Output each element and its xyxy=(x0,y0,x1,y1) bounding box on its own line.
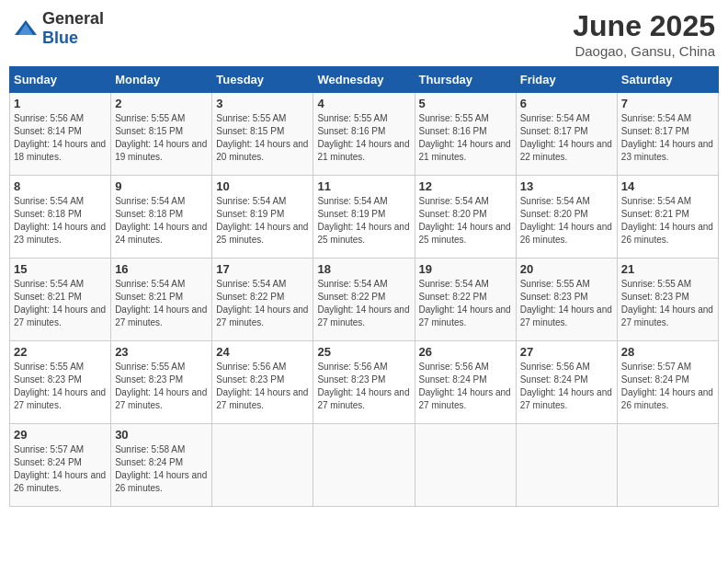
day-info: Sunrise: 5:54 AM Sunset: 8:18 PM Dayligh… xyxy=(14,195,107,247)
table-row: 6 Sunrise: 5:54 AM Sunset: 8:17 PM Dayli… xyxy=(516,93,617,176)
day-number: 17 xyxy=(216,262,309,276)
col-friday: Friday xyxy=(516,67,617,93)
day-info: Sunrise: 5:57 AM Sunset: 8:24 PM Dayligh… xyxy=(621,361,714,412)
calendar-week-row: 1 Sunrise: 5:56 AM Sunset: 8:14 PM Dayli… xyxy=(10,93,719,176)
col-wednesday: Wednesday xyxy=(313,67,415,93)
logo-text: General Blue xyxy=(42,9,104,48)
day-info: Sunrise: 5:58 AM Sunset: 8:24 PM Dayligh… xyxy=(115,443,208,495)
day-number: 8 xyxy=(14,179,107,193)
table-row: 24 Sunrise: 5:56 AM Sunset: 8:23 PM Dayl… xyxy=(212,341,313,424)
table-row xyxy=(516,424,617,507)
table-row: 26 Sunrise: 5:56 AM Sunset: 8:24 PM Dayl… xyxy=(415,341,516,424)
table-row: 9 Sunrise: 5:54 AM Sunset: 8:18 PM Dayli… xyxy=(111,176,212,259)
day-number: 26 xyxy=(419,345,512,359)
day-number: 9 xyxy=(115,179,208,193)
table-row: 14 Sunrise: 5:54 AM Sunset: 8:21 PM Dayl… xyxy=(617,176,718,259)
day-info: Sunrise: 5:55 AM Sunset: 8:23 PM Dayligh… xyxy=(621,278,714,329)
day-info: Sunrise: 5:55 AM Sunset: 8:15 PM Dayligh… xyxy=(216,112,309,164)
col-saturday: Saturday xyxy=(617,67,718,93)
day-number: 29 xyxy=(14,428,107,442)
title-area: June 2025 Daogao, Gansu, China xyxy=(573,9,715,59)
day-number: 6 xyxy=(520,97,613,110)
day-number: 1 xyxy=(14,97,107,110)
day-number: 20 xyxy=(520,262,613,276)
day-info: Sunrise: 5:55 AM Sunset: 8:16 PM Dayligh… xyxy=(419,112,512,164)
table-row: 25 Sunrise: 5:56 AM Sunset: 8:23 PM Dayl… xyxy=(313,341,415,424)
day-info: Sunrise: 5:54 AM Sunset: 8:17 PM Dayligh… xyxy=(621,112,714,164)
day-number: 7 xyxy=(621,97,714,110)
day-number: 27 xyxy=(520,345,613,359)
calendar-week-row: 8 Sunrise: 5:54 AM Sunset: 8:18 PM Dayli… xyxy=(10,176,719,259)
day-info: Sunrise: 5:55 AM Sunset: 8:23 PM Dayligh… xyxy=(14,361,107,412)
day-info: Sunrise: 5:54 AM Sunset: 8:22 PM Dayligh… xyxy=(317,278,410,329)
calendar-week-row: 29 Sunrise: 5:57 AM Sunset: 8:24 PM Dayl… xyxy=(10,424,719,507)
logo-icon xyxy=(13,18,39,39)
logo: General Blue xyxy=(13,9,104,48)
col-tuesday: Tuesday xyxy=(212,67,313,93)
day-info: Sunrise: 5:55 AM Sunset: 8:16 PM Dayligh… xyxy=(317,112,410,164)
table-row: 3 Sunrise: 5:55 AM Sunset: 8:15 PM Dayli… xyxy=(212,93,313,176)
day-info: Sunrise: 5:54 AM Sunset: 8:21 PM Dayligh… xyxy=(14,278,107,329)
day-number: 23 xyxy=(115,345,208,359)
day-info: Sunrise: 5:54 AM Sunset: 8:22 PM Dayligh… xyxy=(419,278,512,329)
table-row: 8 Sunrise: 5:54 AM Sunset: 8:18 PM Dayli… xyxy=(10,176,111,259)
day-info: Sunrise: 5:54 AM Sunset: 8:20 PM Dayligh… xyxy=(419,195,512,247)
table-row: 1 Sunrise: 5:56 AM Sunset: 8:14 PM Dayli… xyxy=(10,93,111,176)
table-row xyxy=(313,424,415,507)
header: General Blue June 2025 Daogao, Gansu, Ch… xyxy=(9,9,719,59)
calendar-table: Sunday Monday Tuesday Wednesday Thursday… xyxy=(9,66,719,507)
table-row: 7 Sunrise: 5:54 AM Sunset: 8:17 PM Dayli… xyxy=(617,93,718,176)
table-row xyxy=(617,424,718,507)
table-row: 17 Sunrise: 5:54 AM Sunset: 8:22 PM Dayl… xyxy=(212,259,313,341)
day-number: 22 xyxy=(14,345,107,359)
table-row xyxy=(415,424,516,507)
table-row: 12 Sunrise: 5:54 AM Sunset: 8:20 PM Dayl… xyxy=(415,176,516,259)
table-row: 20 Sunrise: 5:55 AM Sunset: 8:23 PM Dayl… xyxy=(516,259,617,341)
table-row: 27 Sunrise: 5:56 AM Sunset: 8:24 PM Dayl… xyxy=(516,341,617,424)
table-row: 23 Sunrise: 5:55 AM Sunset: 8:23 PM Dayl… xyxy=(111,341,212,424)
table-row: 4 Sunrise: 5:55 AM Sunset: 8:16 PM Dayli… xyxy=(313,93,415,176)
day-number: 14 xyxy=(621,179,714,193)
logo-general: General xyxy=(42,9,104,28)
table-row: 10 Sunrise: 5:54 AM Sunset: 8:19 PM Dayl… xyxy=(212,176,313,259)
day-number: 4 xyxy=(317,97,410,110)
day-number: 11 xyxy=(317,179,410,193)
day-number: 28 xyxy=(621,345,714,359)
col-thursday: Thursday xyxy=(415,67,516,93)
table-row: 21 Sunrise: 5:55 AM Sunset: 8:23 PM Dayl… xyxy=(617,259,718,341)
table-row: 22 Sunrise: 5:55 AM Sunset: 8:23 PM Dayl… xyxy=(10,341,111,424)
logo-blue: Blue xyxy=(42,29,78,47)
day-info: Sunrise: 5:55 AM Sunset: 8:23 PM Dayligh… xyxy=(115,361,208,412)
day-number: 3 xyxy=(216,97,309,110)
day-info: Sunrise: 5:56 AM Sunset: 8:23 PM Dayligh… xyxy=(216,361,309,412)
day-info: Sunrise: 5:55 AM Sunset: 8:15 PM Dayligh… xyxy=(115,112,208,164)
day-number: 19 xyxy=(419,262,512,276)
table-row: 30 Sunrise: 5:58 AM Sunset: 8:24 PM Dayl… xyxy=(111,424,212,507)
day-number: 10 xyxy=(216,179,309,193)
col-sunday: Sunday xyxy=(10,67,111,93)
day-info: Sunrise: 5:57 AM Sunset: 8:24 PM Dayligh… xyxy=(14,443,107,495)
col-monday: Monday xyxy=(111,67,212,93)
day-info: Sunrise: 5:54 AM Sunset: 8:21 PM Dayligh… xyxy=(115,278,208,329)
day-info: Sunrise: 5:56 AM Sunset: 8:24 PM Dayligh… xyxy=(419,361,512,412)
table-row: 18 Sunrise: 5:54 AM Sunset: 8:22 PM Dayl… xyxy=(313,259,415,341)
table-row: 16 Sunrise: 5:54 AM Sunset: 8:21 PM Dayl… xyxy=(111,259,212,341)
day-number: 30 xyxy=(115,428,208,442)
day-number: 2 xyxy=(115,97,208,110)
day-info: Sunrise: 5:54 AM Sunset: 8:18 PM Dayligh… xyxy=(115,195,208,247)
day-info: Sunrise: 5:56 AM Sunset: 8:24 PM Dayligh… xyxy=(520,361,613,412)
day-info: Sunrise: 5:54 AM Sunset: 8:17 PM Dayligh… xyxy=(520,112,613,164)
calendar-week-row: 22 Sunrise: 5:55 AM Sunset: 8:23 PM Dayl… xyxy=(10,341,719,424)
day-number: 21 xyxy=(621,262,714,276)
day-number: 12 xyxy=(419,179,512,193)
day-number: 18 xyxy=(317,262,410,276)
day-number: 25 xyxy=(317,345,410,359)
day-number: 16 xyxy=(115,262,208,276)
day-info: Sunrise: 5:54 AM Sunset: 8:21 PM Dayligh… xyxy=(621,195,714,247)
day-number: 24 xyxy=(216,345,309,359)
table-row: 15 Sunrise: 5:54 AM Sunset: 8:21 PM Dayl… xyxy=(10,259,111,341)
day-info: Sunrise: 5:56 AM Sunset: 8:14 PM Dayligh… xyxy=(14,112,107,164)
day-info: Sunrise: 5:56 AM Sunset: 8:23 PM Dayligh… xyxy=(317,361,410,412)
table-row: 19 Sunrise: 5:54 AM Sunset: 8:22 PM Dayl… xyxy=(415,259,516,341)
table-row: 5 Sunrise: 5:55 AM Sunset: 8:16 PM Dayli… xyxy=(415,93,516,176)
